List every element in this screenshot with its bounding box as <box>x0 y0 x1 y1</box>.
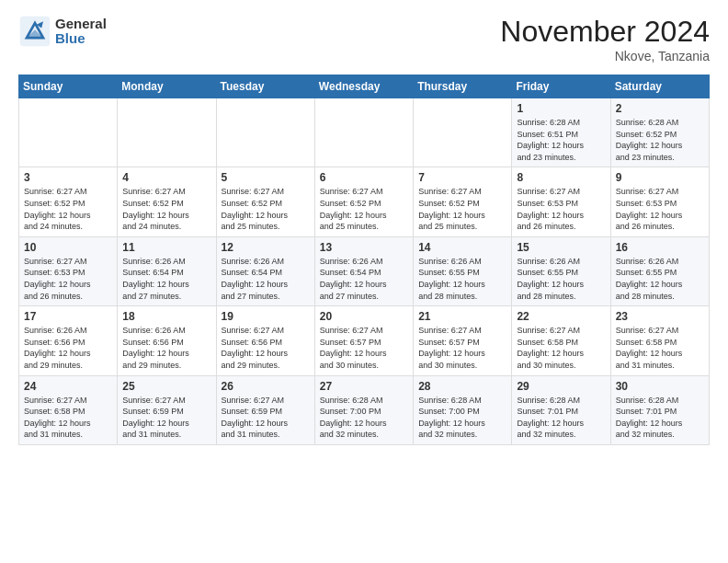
calendar-cell-5-3: 26Sunrise: 6:27 AMSunset: 6:59 PMDayligh… <box>216 375 314 444</box>
page: General Blue November 2024 Nkove, Tanzan… <box>0 0 728 460</box>
calendar-cell-1-2 <box>118 98 216 167</box>
calendar-cell-1-6: 1Sunrise: 6:28 AMSunset: 6:51 PMDaylight… <box>512 98 610 167</box>
day-number: 14 <box>418 241 506 254</box>
day-info: Sunrise: 6:27 AMSunset: 6:58 PMDaylight:… <box>24 395 112 441</box>
calendar-cell-5-2: 25Sunrise: 6:27 AMSunset: 6:59 PMDayligh… <box>118 375 216 444</box>
weekday-header-thursday: Thursday <box>414 75 512 98</box>
day-number: 16 <box>616 241 704 254</box>
calendar-week-3: 10Sunrise: 6:27 AMSunset: 6:53 PMDayligh… <box>19 236 710 305</box>
weekday-header-sunday: Sunday <box>19 75 118 98</box>
calendar-cell-3-7: 16Sunrise: 6:26 AMSunset: 6:55 PMDayligh… <box>610 236 709 305</box>
calendar-cell-4-3: 19Sunrise: 6:27 AMSunset: 6:56 PMDayligh… <box>216 306 314 375</box>
day-info: Sunrise: 6:26 AMSunset: 6:54 PMDaylight:… <box>320 256 408 302</box>
day-number: 24 <box>24 380 112 393</box>
day-number: 3 <box>24 171 112 184</box>
header: General Blue November 2024 Nkove, Tanzan… <box>18 15 710 63</box>
day-info: Sunrise: 6:28 AMSunset: 7:00 PMDaylight:… <box>320 395 408 441</box>
day-number: 26 <box>222 380 310 393</box>
day-number: 28 <box>418 380 506 393</box>
calendar-cell-2-4: 6Sunrise: 6:27 AMSunset: 6:52 PMDaylight… <box>314 167 413 236</box>
day-info: Sunrise: 6:27 AMSunset: 6:56 PMDaylight:… <box>222 325 310 371</box>
day-info: Sunrise: 6:26 AMSunset: 6:56 PMDaylight:… <box>122 325 210 371</box>
calendar-cell-5-1: 24Sunrise: 6:27 AMSunset: 6:58 PMDayligh… <box>19 375 118 444</box>
calendar-cell-1-5 <box>414 98 512 167</box>
calendar-cell-4-1: 17Sunrise: 6:26 AMSunset: 6:56 PMDayligh… <box>19 306 118 375</box>
logo-icon <box>18 15 51 48</box>
day-number: 9 <box>616 171 704 184</box>
day-info: Sunrise: 6:27 AMSunset: 6:52 PMDaylight:… <box>122 186 210 232</box>
weekday-header-row: SundayMondayTuesdayWednesdayThursdayFrid… <box>19 75 710 98</box>
day-number: 22 <box>517 310 605 323</box>
day-info: Sunrise: 6:28 AMSunset: 6:51 PMDaylight:… <box>517 117 605 163</box>
day-info: Sunrise: 6:27 AMSunset: 6:53 PMDaylight:… <box>24 256 112 302</box>
day-info: Sunrise: 6:27 AMSunset: 6:58 PMDaylight:… <box>616 325 704 371</box>
calendar-cell-2-7: 9Sunrise: 6:27 AMSunset: 6:53 PMDaylight… <box>610 167 709 236</box>
calendar-cell-4-6: 22Sunrise: 6:27 AMSunset: 6:58 PMDayligh… <box>512 306 610 375</box>
day-number: 30 <box>616 380 704 393</box>
day-number: 29 <box>517 380 605 393</box>
day-info: Sunrise: 6:27 AMSunset: 6:58 PMDaylight:… <box>517 325 605 371</box>
logo-text: General Blue <box>55 17 107 47</box>
day-info: Sunrise: 6:26 AMSunset: 6:54 PMDaylight:… <box>122 256 210 302</box>
calendar-cell-5-5: 28Sunrise: 6:28 AMSunset: 7:00 PMDayligh… <box>414 375 512 444</box>
day-info: Sunrise: 6:27 AMSunset: 6:52 PMDaylight:… <box>24 186 112 232</box>
day-info: Sunrise: 6:28 AMSunset: 7:00 PMDaylight:… <box>418 395 506 441</box>
day-info: Sunrise: 6:27 AMSunset: 6:52 PMDaylight:… <box>418 186 506 232</box>
day-info: Sunrise: 6:27 AMSunset: 6:53 PMDaylight:… <box>616 186 704 232</box>
calendar-cell-1-3 <box>216 98 314 167</box>
day-number: 18 <box>122 310 210 323</box>
day-info: Sunrise: 6:27 AMSunset: 6:52 PMDaylight:… <box>222 186 310 232</box>
logo: General Blue <box>18 15 107 48</box>
day-number: 6 <box>320 171 408 184</box>
calendar-cell-1-4 <box>314 98 413 167</box>
day-info: Sunrise: 6:27 AMSunset: 6:52 PMDaylight:… <box>320 186 408 232</box>
location: Nkove, Tanzania <box>500 49 710 63</box>
calendar-cell-2-1: 3Sunrise: 6:27 AMSunset: 6:52 PMDaylight… <box>19 167 118 236</box>
day-info: Sunrise: 6:28 AMSunset: 7:01 PMDaylight:… <box>616 395 704 441</box>
calendar-cell-1-1 <box>19 98 118 167</box>
day-info: Sunrise: 6:27 AMSunset: 6:59 PMDaylight:… <box>122 395 210 441</box>
calendar-week-4: 17Sunrise: 6:26 AMSunset: 6:56 PMDayligh… <box>19 306 710 375</box>
day-number: 12 <box>222 241 310 254</box>
day-info: Sunrise: 6:27 AMSunset: 6:53 PMDaylight:… <box>517 186 605 232</box>
calendar-week-1: 1Sunrise: 6:28 AMSunset: 6:51 PMDaylight… <box>19 98 710 167</box>
calendar-cell-5-4: 27Sunrise: 6:28 AMSunset: 7:00 PMDayligh… <box>314 375 413 444</box>
day-number: 13 <box>320 241 408 254</box>
day-info: Sunrise: 6:28 AMSunset: 7:01 PMDaylight:… <box>517 395 605 441</box>
day-number: 17 <box>24 310 112 323</box>
calendar-week-5: 24Sunrise: 6:27 AMSunset: 6:58 PMDayligh… <box>19 375 710 444</box>
day-number: 19 <box>222 310 310 323</box>
day-info: Sunrise: 6:26 AMSunset: 6:55 PMDaylight:… <box>616 256 704 302</box>
calendar-cell-4-4: 20Sunrise: 6:27 AMSunset: 6:57 PMDayligh… <box>314 306 413 375</box>
weekday-header-monday: Monday <box>118 75 216 98</box>
calendar-cell-2-5: 7Sunrise: 6:27 AMSunset: 6:52 PMDaylight… <box>414 167 512 236</box>
calendar-cell-3-1: 10Sunrise: 6:27 AMSunset: 6:53 PMDayligh… <box>19 236 118 305</box>
logo-blue-text: Blue <box>55 31 107 47</box>
day-info: Sunrise: 6:26 AMSunset: 6:55 PMDaylight:… <box>517 256 605 302</box>
calendar-cell-4-2: 18Sunrise: 6:26 AMSunset: 6:56 PMDayligh… <box>118 306 216 375</box>
day-info: Sunrise: 6:26 AMSunset: 6:54 PMDaylight:… <box>222 256 310 302</box>
day-number: 11 <box>122 241 210 254</box>
calendar-table: SundayMondayTuesdayWednesdayThursdayFrid… <box>18 75 710 445</box>
calendar-cell-3-6: 15Sunrise: 6:26 AMSunset: 6:55 PMDayligh… <box>512 236 610 305</box>
calendar-cell-2-2: 4Sunrise: 6:27 AMSunset: 6:52 PMDaylight… <box>118 167 216 236</box>
calendar-cell-1-7: 2Sunrise: 6:28 AMSunset: 6:52 PMDaylight… <box>610 98 709 167</box>
calendar-week-2: 3Sunrise: 6:27 AMSunset: 6:52 PMDaylight… <box>19 167 710 236</box>
day-info: Sunrise: 6:27 AMSunset: 6:57 PMDaylight:… <box>418 325 506 371</box>
calendar-cell-4-5: 21Sunrise: 6:27 AMSunset: 6:57 PMDayligh… <box>414 306 512 375</box>
calendar-cell-3-5: 14Sunrise: 6:26 AMSunset: 6:55 PMDayligh… <box>414 236 512 305</box>
title-block: November 2024 Nkove, Tanzania <box>500 15 710 63</box>
weekday-header-saturday: Saturday <box>610 75 709 98</box>
calendar-cell-3-2: 11Sunrise: 6:26 AMSunset: 6:54 PMDayligh… <box>118 236 216 305</box>
calendar-cell-2-6: 8Sunrise: 6:27 AMSunset: 6:53 PMDaylight… <box>512 167 610 236</box>
day-number: 15 <box>517 241 605 254</box>
day-number: 2 <box>616 102 704 115</box>
day-number: 7 <box>418 171 506 184</box>
calendar-cell-2-3: 5Sunrise: 6:27 AMSunset: 6:52 PMDaylight… <box>216 167 314 236</box>
calendar-cell-3-3: 12Sunrise: 6:26 AMSunset: 6:54 PMDayligh… <box>216 236 314 305</box>
day-number: 27 <box>320 380 408 393</box>
weekday-header-friday: Friday <box>512 75 610 98</box>
weekday-header-wednesday: Wednesday <box>314 75 413 98</box>
logo-general-text: General <box>55 17 107 32</box>
day-number: 5 <box>222 171 310 184</box>
